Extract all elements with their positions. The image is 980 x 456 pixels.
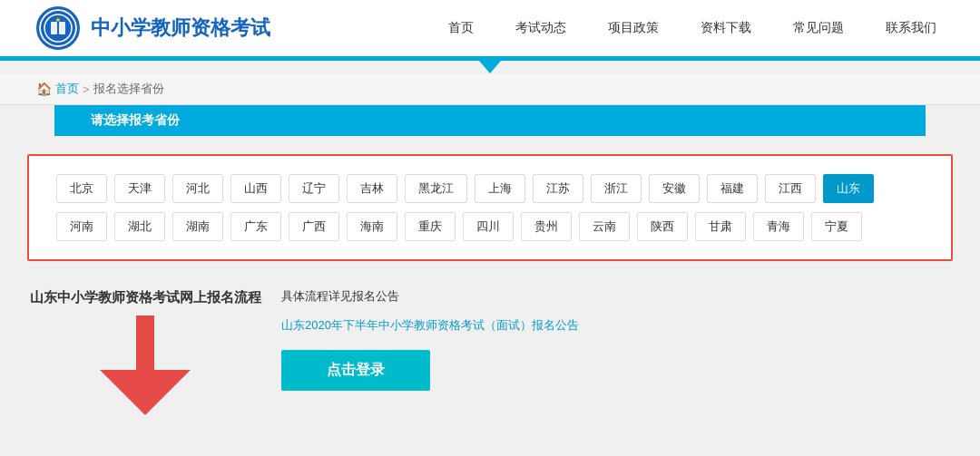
province-btn-上海[interactable]: 上海 [475, 174, 525, 203]
province-btn-天津[interactable]: 天津 [114, 174, 165, 203]
province-row-2: 河南湖北湖南广东广西海南重庆四川贵州云南陕西甘肃青海宁夏 [56, 212, 924, 241]
province-btn-河北[interactable]: 河北 [172, 174, 223, 203]
details-label: 具体流程详见报名公告 [281, 288, 953, 305]
nav-download[interactable]: 资料下载 [693, 16, 759, 40]
section-title-bar: 请选择报考省份 [54, 105, 926, 136]
province-btn-山东[interactable]: 山东 [823, 174, 874, 203]
details-link[interactable]: 山东2020年下半年中小学教师资格考试（面试）报名公告 [281, 317, 953, 334]
province-btn-黑龙江[interactable]: 黑龙江 [405, 174, 467, 203]
province-selection-box: 北京天津河北山西辽宁吉林黑龙江上海江苏浙江安徽福建江西山东 河南湖北湖南广东广西… [27, 154, 953, 261]
province-btn-安徽[interactable]: 安徽 [649, 174, 700, 203]
breadcrumb-home[interactable]: 首页 [55, 81, 79, 97]
breadcrumb-sep1: > [83, 82, 90, 96]
province-btn-海南[interactable]: 海南 [347, 212, 397, 241]
header: 中小学教师资格考试 首页 考试动态 项目政策 资料下载 常见问题 联系我们 [0, 0, 980, 58]
nav-faq[interactable]: 常见问题 [786, 16, 851, 40]
flow-title: 山东中小学教师资格考试网上报名流程 [30, 286, 261, 308]
svg-marker-6 [100, 315, 191, 415]
province-btn-江苏[interactable]: 江苏 [533, 174, 583, 203]
province-btn-辽宁[interactable]: 辽宁 [289, 174, 339, 203]
site-title: 中小学教师资格考试 [91, 15, 270, 42]
main-nav: 首页 考试动态 项目政策 资料下载 常见问题 联系我们 [441, 16, 944, 40]
province-btn-湖北[interactable]: 湖北 [114, 212, 165, 241]
nav-news[interactable]: 考试动态 [508, 16, 573, 40]
province-btn-河南[interactable]: 河南 [56, 212, 107, 241]
logo-icon [36, 6, 80, 50]
province-btn-北京[interactable]: 北京 [56, 174, 107, 203]
province-btn-山西[interactable]: 山西 [230, 174, 281, 203]
province-btn-湖南[interactable]: 湖南 [172, 212, 223, 241]
province-row-1: 北京天津河北山西辽宁吉林黑龙江上海江苏浙江安徽福建江西山东 [56, 174, 924, 203]
login-button[interactable]: 点击登录 [281, 350, 430, 391]
province-btn-四川[interactable]: 四川 [463, 212, 514, 241]
province-btn-青海[interactable]: 青海 [753, 212, 804, 241]
province-btn-江西[interactable]: 江西 [765, 174, 816, 203]
details-area: 具体流程详见报名公告 山东2020年下半年中小学教师资格考试（面试）报名公告 点… [263, 279, 953, 424]
province-btn-福建[interactable]: 福建 [707, 174, 758, 203]
province-btn-甘肃[interactable]: 甘肃 [695, 212, 746, 241]
province-btn-贵州[interactable]: 贵州 [521, 212, 572, 241]
svg-rect-4 [57, 22, 59, 34]
province-btn-浙江[interactable]: 浙江 [591, 174, 642, 203]
logo-area: 中小学教师资格考试 [36, 6, 270, 50]
province-btn-广东[interactable]: 广东 [230, 212, 281, 241]
nav-home[interactable]: 首页 [441, 16, 481, 40]
svg-rect-3 [59, 22, 65, 34]
top-indicator-arrow [479, 61, 501, 73]
breadcrumb-current: 报名选择省份 [93, 81, 164, 97]
home-icon: 🏠 [36, 82, 52, 96]
flow-arrow-svg [73, 315, 218, 415]
province-btn-广西[interactable]: 广西 [289, 212, 339, 241]
province-btn-宁夏[interactable]: 宁夏 [811, 212, 862, 241]
svg-rect-2 [51, 22, 57, 34]
nav-contact[interactable]: 联系我们 [878, 16, 944, 40]
province-btn-吉林[interactable]: 吉林 [347, 174, 397, 203]
nav-policy[interactable]: 项目政策 [601, 16, 666, 40]
breadcrumb-bar: 🏠 首页 > 报名选择省份 [0, 73, 980, 105]
main-content: 请选择报考省份 北京天津河北山西辽宁吉林黑龙江上海江苏浙江安徽福建江西山东 河南… [0, 105, 980, 442]
province-btn-重庆[interactable]: 重庆 [405, 212, 456, 241]
province-btn-云南[interactable]: 云南 [579, 212, 630, 241]
province-btn-陕西[interactable]: 陕西 [637, 212, 688, 241]
section-title: 请选择报考省份 [91, 112, 180, 127]
